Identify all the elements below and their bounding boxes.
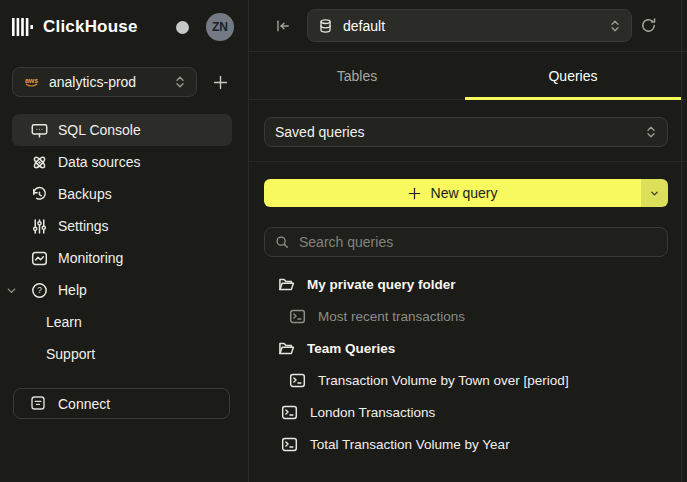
sidebar-item-sql-console[interactable]: SQL Console	[12, 114, 232, 146]
sidebar-nav: SQL Console Data sources Backups Setting…	[0, 114, 248, 370]
saved-queries-filter-select[interactable]: Saved queries	[264, 117, 668, 147]
svg-text:aws: aws	[25, 77, 38, 84]
chevron-down-icon	[649, 188, 660, 199]
select-chevrons-icon	[174, 75, 186, 89]
tab-bar: Tables Queries	[249, 52, 687, 100]
new-query-button-label: New query	[431, 185, 498, 201]
monitoring-icon	[31, 250, 48, 267]
query-item[interactable]: Transaction Volume by Town over [period]	[249, 364, 687, 396]
new-query-menu-button[interactable]	[641, 179, 668, 207]
saved-queries-filter-value: Saved queries	[275, 124, 645, 140]
aws-icon: aws	[23, 75, 40, 89]
query-item-label: London Transactions	[310, 405, 435, 420]
terminal-icon	[281, 404, 298, 421]
query-folder[interactable]: Team Queries	[249, 332, 687, 364]
select-chevrons-icon	[609, 19, 621, 33]
query-folder-label: My private query folder	[307, 277, 456, 292]
search-queries-box	[264, 227, 668, 257]
sidebar-item-data-sources[interactable]: Data sources	[12, 146, 232, 178]
refresh-icon	[640, 17, 657, 34]
avatar[interactable]: ZN	[206, 13, 234, 41]
query-tree: My private query folder Most recent tran…	[249, 268, 687, 460]
topbar: default	[249, 0, 687, 52]
query-item-label: Transaction Volume by Town over [period]	[318, 373, 569, 388]
status-dot[interactable]	[176, 21, 189, 34]
sidebar-item-label: Backups	[58, 186, 112, 202]
data-sources-icon	[31, 154, 48, 171]
folder-open-icon	[278, 276, 295, 293]
service-selector-value: analytics-prod	[49, 74, 165, 90]
sidebar-item-label: SQL Console	[58, 122, 141, 138]
add-service-button[interactable]	[209, 71, 232, 94]
service-row: aws analytics-prod	[0, 67, 248, 97]
svg-text:?: ?	[37, 285, 42, 295]
search-icon	[275, 235, 289, 249]
terminal-icon	[289, 308, 306, 325]
sidebar-item-label: Data sources	[58, 154, 140, 170]
query-item[interactable]: London Transactions	[249, 396, 687, 428]
connect-button-label: Connect	[58, 396, 110, 412]
tab-tables[interactable]: Tables	[249, 52, 465, 99]
select-chevrons-icon	[645, 125, 657, 139]
connect-button[interactable]: Connect	[13, 388, 230, 419]
tab-queries[interactable]: Queries	[465, 52, 681, 99]
service-selector[interactable]: aws analytics-prod	[12, 67, 197, 97]
sidebar-item-learn[interactable]: Learn	[0, 306, 248, 338]
right-panel: default Tables Queries Saved queries	[249, 0, 687, 482]
query-item-label: Total Transaction Volume by Year	[310, 437, 510, 452]
sidebar-item-monitoring[interactable]: Monitoring	[12, 242, 232, 274]
sidebar-item-label: Help	[58, 282, 87, 298]
chevron-down-icon[interactable]	[6, 285, 17, 296]
backups-icon	[31, 186, 48, 203]
search-queries-input[interactable]	[297, 233, 657, 251]
brand-title: ClickHouse	[43, 17, 138, 37]
clickhouse-logo-icon	[12, 17, 34, 37]
database-icon	[318, 18, 333, 34]
brand-row: ClickHouse ZN	[0, 0, 248, 54]
database-selector[interactable]: default	[307, 9, 632, 42]
collapse-sidebar-button[interactable]	[273, 16, 293, 36]
plus-icon	[408, 187, 421, 200]
folder-open-icon	[278, 340, 295, 357]
query-item-label: Most recent transactions	[318, 309, 465, 324]
section-divider	[249, 161, 687, 162]
collapse-left-icon	[275, 18, 291, 34]
terminal-icon	[281, 436, 298, 453]
sql-console-icon	[31, 122, 48, 139]
sidebar-item-label: Monitoring	[58, 250, 123, 266]
query-item[interactable]: Most recent transactions	[249, 300, 687, 332]
sidebar-item-backups[interactable]: Backups	[12, 178, 232, 210]
refresh-button[interactable]	[636, 13, 661, 38]
sidebar-item-label: Support	[46, 346, 95, 362]
sidebar-item-label: Learn	[46, 314, 82, 330]
query-item[interactable]: Total Transaction Volume by Year	[249, 428, 687, 460]
terminal-icon	[289, 372, 306, 389]
query-folder-label: Team Queries	[307, 341, 395, 356]
sidebar-item-help[interactable]: ? Help	[12, 274, 232, 306]
clickhouse-console-app: ClickHouse ZN aws analytics-prod	[0, 0, 687, 482]
sidebar-item-settings[interactable]: Settings	[12, 210, 232, 242]
plus-icon	[213, 75, 228, 90]
new-query-split-button: New query	[264, 179, 668, 207]
queries-panel: Saved queries New query	[249, 100, 687, 482]
settings-sliders-icon	[31, 218, 48, 235]
database-selector-value: default	[343, 18, 599, 34]
sidebar-item-label: Settings	[58, 218, 109, 234]
query-folder[interactable]: My private query folder	[249, 268, 687, 300]
new-query-button[interactable]: New query	[264, 179, 641, 207]
connect-icon	[30, 395, 47, 412]
help-icon: ?	[31, 282, 48, 299]
sidebar: ClickHouse ZN aws analytics-prod	[0, 0, 249, 482]
sidebar-item-support[interactable]: Support	[0, 338, 248, 370]
